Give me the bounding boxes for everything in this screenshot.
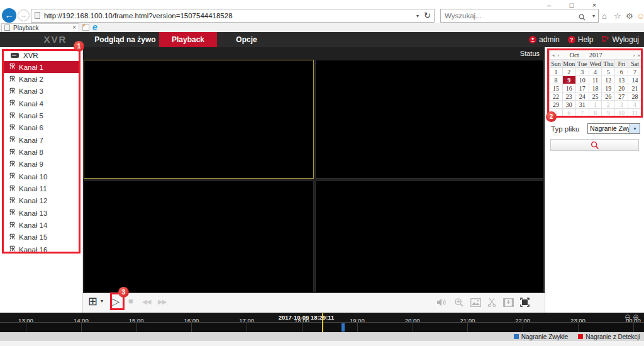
sidebar-item-device[interactable]: XVR xyxy=(0,50,82,60)
sidebar-item-channel[interactable]: Kanał 1 xyxy=(4,61,79,73)
calendar-date[interactable]: 24 xyxy=(576,92,589,100)
browser-tab[interactable]: Playback × xyxy=(1,23,79,32)
calendar-date[interactable]: 11 xyxy=(589,75,602,84)
calendar-date[interactable]: 20 xyxy=(615,84,628,92)
calendar-date[interactable]: 11 xyxy=(628,108,641,116)
calendar-date[interactable]: 10 xyxy=(576,75,589,84)
calendar-date-selected[interactable]: 9 xyxy=(563,75,576,84)
address-dropdown-icon[interactable]: ▾ xyxy=(416,13,419,19)
sidebar-item-channel[interactable]: Kanał 9 xyxy=(4,159,79,170)
fullscreen-icon[interactable] xyxy=(520,298,530,310)
calendar-date[interactable]: 7 xyxy=(628,67,641,75)
calendar-date[interactable]: 19 xyxy=(602,84,615,92)
sidebar-item-channel[interactable]: Kanał 8 xyxy=(4,146,79,158)
calendar-date[interactable]: 1 xyxy=(550,67,563,75)
calendar-date[interactable]: 23 xyxy=(563,92,576,100)
calendar-date[interactable]: 3 xyxy=(615,100,628,108)
new-tab-button[interactable] xyxy=(82,24,89,31)
download-record-icon[interactable] xyxy=(503,298,514,310)
search-input[interactable] xyxy=(445,10,570,21)
calendar-date[interactable]: 27 xyxy=(615,92,628,100)
calendar-date[interactable]: 31 xyxy=(576,100,589,108)
volume-icon[interactable] xyxy=(436,298,447,310)
video-pane-2[interactable] xyxy=(315,60,544,179)
nav-item-2[interactable]: Playback xyxy=(159,32,217,47)
help-button[interactable]: ? Help xyxy=(568,35,594,44)
calendar-date[interactable]: 15 xyxy=(550,84,563,92)
sidebar-item-channel[interactable]: Kanał 6 xyxy=(4,122,79,134)
url-input[interactable] xyxy=(44,10,402,21)
calendar-date[interactable]: 8 xyxy=(550,75,563,84)
step-forward-button[interactable]: ▶▶ xyxy=(158,298,166,305)
sidebar-item-channel[interactable]: Kanał 12 xyxy=(4,195,79,207)
file-type-select[interactable]: Nagranie Zwyk ▾ xyxy=(587,123,640,134)
calendar-date[interactable]: 5 xyxy=(602,67,615,75)
sidebar-item-channel[interactable]: Kanał 11 xyxy=(4,182,79,194)
search-icon[interactable] xyxy=(579,12,586,23)
home-icon[interactable]: ⌂ xyxy=(602,11,607,21)
favorites-icon[interactable]: ☆ xyxy=(614,11,621,21)
calendar-date[interactable]: 22 xyxy=(550,92,563,100)
video-pane-3[interactable] xyxy=(84,181,314,293)
tab-close-icon[interactable]: × xyxy=(72,24,76,31)
play-button[interactable]: ▷ xyxy=(111,295,119,308)
calendar-prev-year-icon[interactable]: « xyxy=(551,52,557,58)
calendar-date[interactable]: 16 xyxy=(563,84,576,92)
calendar-date[interactable]: 9 xyxy=(602,108,615,116)
calendar-date[interactable]: 3 xyxy=(576,67,589,75)
digital-zoom-icon[interactable] xyxy=(454,298,464,310)
browser-back-button[interactable]: ← xyxy=(2,8,16,23)
search-dropdown-icon[interactable]: ▾ xyxy=(592,13,595,19)
browser-search-box[interactable]: ▾ xyxy=(440,9,599,23)
calendar-date[interactable]: 4 xyxy=(589,67,602,75)
calendar-date[interactable]: 25 xyxy=(589,92,602,100)
sidebar-item-channel[interactable]: Kanał 3 xyxy=(4,86,79,98)
calendar-date[interactable]: 14 xyxy=(628,75,641,84)
calendar-date[interactable]: 2 xyxy=(602,100,615,108)
nav-item-3[interactable]: Opcje xyxy=(217,32,276,47)
calendar-date[interactable]: 5 xyxy=(550,108,563,116)
logout-button[interactable]: Wyloguj xyxy=(601,35,639,44)
user-menu[interactable]: admin xyxy=(529,35,560,44)
calendar-date[interactable]: 8 xyxy=(589,108,602,116)
sidebar-item-channel[interactable]: Kanał 5 xyxy=(4,109,79,121)
calendar-next-month-icon[interactable]: › xyxy=(632,52,636,58)
calendar-date[interactable]: 2 xyxy=(563,67,576,75)
calendar-date[interactable]: 29 xyxy=(550,100,563,108)
calendar-date[interactable]: 4 xyxy=(628,100,641,108)
layout-dropdown-icon[interactable]: ▾ xyxy=(101,298,103,304)
refresh-icon[interactable]: ↻ xyxy=(424,11,431,20)
calendar-date[interactable]: 21 xyxy=(628,84,641,92)
sidebar-item-channel[interactable]: Kanał 14 xyxy=(4,219,79,231)
calendar-date[interactable]: 10 xyxy=(615,108,628,116)
calendar-date[interactable]: 6 xyxy=(615,67,628,75)
sidebar-item-channel[interactable]: Kanał 13 xyxy=(4,207,79,219)
feedback-smiley-icon[interactable]: ☺ xyxy=(636,11,644,21)
settings-gear-icon[interactable]: ⚙ xyxy=(626,11,633,21)
calendar-date[interactable]: 30 xyxy=(563,100,576,108)
sidebar-item-channel[interactable]: Kanał 7 xyxy=(4,134,79,146)
calendar-date[interactable]: 13 xyxy=(615,75,628,84)
step-backward-button[interactable]: ◀◀ xyxy=(142,298,150,305)
calendar-date[interactable]: 26 xyxy=(602,92,615,100)
sidebar-item-channel[interactable]: Kanał 15 xyxy=(4,232,79,243)
sidebar-item-channel[interactable]: Kanał 10 xyxy=(4,170,79,182)
calendar-date[interactable]: 6 xyxy=(563,108,576,116)
video-pane-4[interactable] xyxy=(315,181,544,293)
calendar-date[interactable]: 18 xyxy=(589,84,602,92)
address-bar[interactable]: ▾ ↻ xyxy=(31,9,435,23)
nav-item-1[interactable]: Podgląd na żywo xyxy=(91,32,159,47)
calendar-next-year-icon[interactable]: » xyxy=(636,52,642,58)
clip-scissors-icon[interactable] xyxy=(487,298,497,310)
browser-forward-button[interactable]: → xyxy=(18,9,30,21)
calendar-date[interactable]: 17 xyxy=(576,84,589,92)
video-pane-1-selected[interactable] xyxy=(84,60,314,179)
snapshot-icon[interactable] xyxy=(470,298,481,310)
layout-grid-icon[interactable]: ⊞ xyxy=(88,294,97,308)
stop-button[interactable]: ■ xyxy=(128,296,133,306)
calendar-date[interactable]: 12 xyxy=(602,75,615,84)
calendar-prev-month-icon[interactable]: ‹ xyxy=(557,52,561,58)
sidebar-item-channel[interactable]: Kanał 16 xyxy=(4,243,79,255)
sidebar-item-channel[interactable]: Kanał 4 xyxy=(4,98,79,109)
record-search-button[interactable] xyxy=(550,139,639,151)
